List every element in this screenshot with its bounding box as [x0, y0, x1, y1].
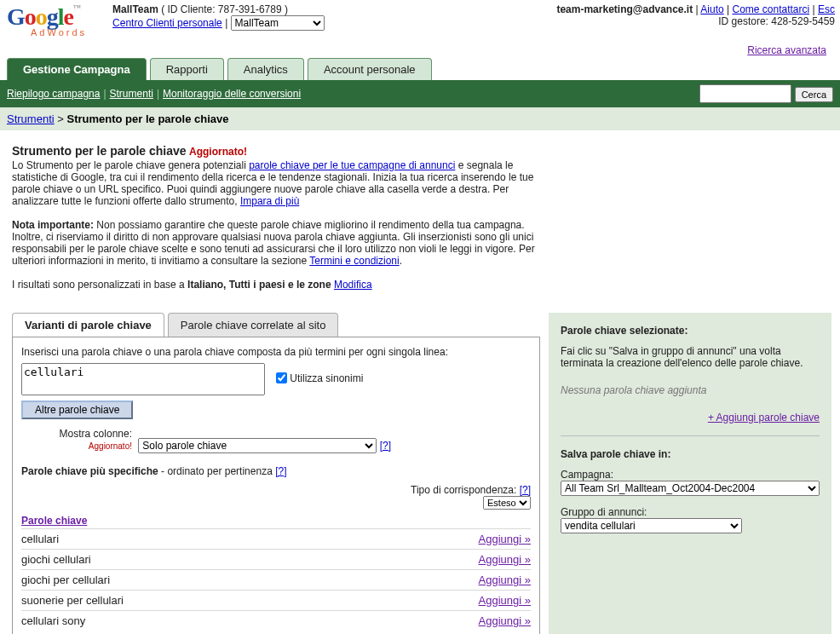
inner-tab-variants[interactable]: Varianti di parole chiave: [12, 313, 164, 337]
subnav-summary[interactable]: Riepilogo campagna: [7, 88, 100, 100]
keyword-cell: giochi cellulari: [21, 550, 358, 570]
keyword-cell: giochi per cellulari: [21, 570, 358, 591]
logo-subtext: AdWords: [31, 27, 87, 37]
content: Strumento per le parole chiave Aggiornat…: [0, 130, 569, 297]
breadcrumb: Strumenti > Strumento per le parole chia…: [0, 107, 840, 130]
use-synonyms-label: Utilizza sinonimi: [290, 372, 363, 384]
personalization-scope: Italiano, Tutti i paesi e le zone: [187, 279, 331, 291]
crumb-current: Strumento per le parole chiave: [66, 112, 228, 125]
no-keywords-msg: Nessuna parola chiave aggiunta: [561, 384, 820, 396]
sub-nav: Riepilogo campagna| Strumenti| Monitorag…: [0, 80, 840, 107]
client-id: ( ID Cliente: 787-391-6789 ): [161, 3, 288, 15]
tab-analytics[interactable]: Analytics: [227, 58, 304, 80]
more-keywords-button[interactable]: Altre parole chiave: [21, 401, 133, 419]
tab-account[interactable]: Account personale: [308, 58, 432, 80]
table-row: giochi per cellulariAggiungi »: [21, 570, 531, 591]
add-keyword-link[interactable]: Aggiungi »: [479, 594, 531, 607]
show-cols-label: Mostra colonne:: [60, 428, 132, 440]
add-keyword-link[interactable]: Aggiungi »: [479, 553, 531, 566]
keyword-textarea[interactable]: cellulari: [21, 363, 265, 395]
subnav-conversions[interactable]: Monitoraggio delle conversioni: [163, 88, 301, 100]
tab-reports[interactable]: Rapporti: [150, 58, 224, 80]
keywords-column-header[interactable]: Parole chiave: [21, 515, 87, 527]
advanced-search-link[interactable]: Ricerca avanzata: [747, 44, 826, 56]
adgroup-select[interactable]: vendita cellulari: [561, 518, 742, 533]
search-button[interactable]: [795, 87, 833, 102]
header-bar: Google™ AdWords MallTeam ( ID Cliente: 7…: [0, 0, 840, 43]
match-label: Tipo di corrispondenza:: [411, 484, 520, 496]
keywords-table: cellulariAggiungi »giochi cellulariAggiu…: [21, 528, 531, 631]
campaign-label: Campagna:: [561, 469, 820, 481]
updated-badge: Aggiornato!: [189, 146, 247, 158]
keyword-panel: Inserisci una parola chiave o una parola…: [12, 337, 540, 634]
selected-title: Parole chiave selezionate:: [561, 325, 820, 337]
keyword-cell: cellulari sony: [21, 611, 358, 631]
add-keywords-link[interactable]: + Aggiungi parole chiave: [708, 412, 820, 424]
use-synonyms-checkbox[interactable]: [276, 372, 287, 383]
account-info: MallTeam ( ID Cliente: 787-391-6789 ) Ce…: [112, 3, 556, 31]
add-keyword-link[interactable]: Aggiungi »: [479, 573, 531, 586]
exit-link[interactable]: Esc: [818, 3, 835, 15]
header-right: team-marketing@advance.it | Aiuto | Come…: [556, 3, 835, 27]
save-title: Salva parole chiave in:: [561, 448, 820, 460]
match-type-select[interactable]: Esteso: [483, 496, 531, 510]
table-row: giochi cellulariAggiungi »: [21, 550, 531, 570]
add-keyword-link[interactable]: Aggiungi »: [479, 614, 531, 627]
table-row: cellulariAggiungi »: [21, 529, 531, 550]
main-tabs: Gestione Campagna Rapporti Analytics Acc…: [0, 58, 840, 80]
page-title: Strumento per le parole chiave: [12, 144, 187, 158]
keyword-cell: suonerie per cellulari: [21, 591, 358, 611]
account-email: team-marketing@advance.it: [556, 3, 693, 15]
terms-link[interactable]: Termini e condizioni: [309, 255, 399, 267]
modify-link[interactable]: Modifica: [334, 279, 372, 291]
search-input[interactable]: [699, 84, 791, 103]
logo: Google™ AdWords: [7, 3, 87, 37]
subnav-tools[interactable]: Strumenti: [110, 88, 153, 100]
show-columns-select[interactable]: Solo parole chiave: [138, 438, 377, 453]
selected-tip: Fai clic su "Salva in gruppo di annunci"…: [561, 345, 820, 369]
table-row: suonerie per cellulariAggiungi »: [21, 591, 531, 611]
campaign-select[interactable]: All Team Srl_Mallteam_Oct2004-Dec2004: [561, 481, 820, 496]
inner-tab-related[interactable]: Parole chiave correlate al sito: [168, 313, 339, 337]
add-keyword-link[interactable]: Aggiungi »: [479, 533, 531, 545]
account-switcher[interactable]: MallTeam: [231, 15, 325, 31]
adgroup-label: Gruppo di annunci:: [561, 506, 820, 518]
form-intro: Inserisci una parola chiave o una parola…: [21, 346, 531, 358]
keyword-cell: cellulari: [21, 529, 358, 550]
note-label: Nota importante:: [12, 219, 94, 231]
table-row: cellulari sonyAggiungi »: [21, 611, 531, 631]
side-panel: Parole chiave selezionate: Fai clic su "…: [549, 313, 831, 634]
help-icon[interactable]: [?]: [275, 465, 286, 477]
inner-tabs: Varianti di parole chiave Parole chiave …: [12, 313, 540, 337]
crumb-tools[interactable]: Strumenti: [7, 112, 55, 125]
intro-link[interactable]: parole chiave per le tue campagne di ann…: [249, 159, 455, 171]
manager-id: ID gestore: 428-529-5459: [556, 15, 835, 27]
help-icon[interactable]: [?]: [520, 484, 531, 496]
specific-heading: Parole chiave più specifiche: [21, 465, 158, 477]
personal-center-link[interactable]: Centro Clienti personale: [112, 17, 222, 29]
account-name: MallTeam: [112, 3, 158, 15]
tab-campaign[interactable]: Gestione Campagna: [7, 58, 147, 80]
contact-link[interactable]: Come contattarci: [732, 3, 809, 15]
help-link[interactable]: Aiuto: [700, 3, 723, 15]
learn-more-link[interactable]: Impara di più: [240, 195, 299, 207]
help-icon[interactable]: [?]: [380, 440, 391, 452]
